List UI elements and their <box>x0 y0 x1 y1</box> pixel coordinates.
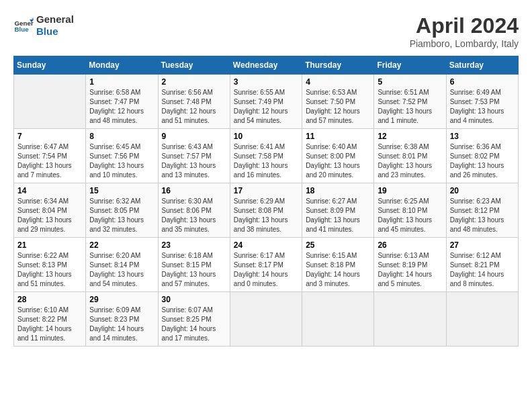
calendar-cell-w3-d1: 14Sunrise: 6:34 AM Sunset: 8:04 PM Dayli… <box>14 183 86 238</box>
calendar-cell-w1-d7: 6Sunrise: 6:49 AM Sunset: 7:53 PM Daylig… <box>446 75 518 129</box>
day-info: Sunrise: 6:40 AM Sunset: 8:00 PM Dayligh… <box>306 142 370 180</box>
day-number: 28 <box>17 295 82 304</box>
calendar-cell-w5-d4 <box>230 292 302 347</box>
day-number: 22 <box>89 240 154 250</box>
day-info: Sunrise: 6:34 AM Sunset: 8:04 PM Dayligh… <box>17 197 82 234</box>
logo: General Blue General Blue <box>13 13 74 38</box>
day-info: Sunrise: 6:23 AM Sunset: 8:12 PM Dayligh… <box>450 197 515 234</box>
day-number: 29 <box>89 295 154 304</box>
day-number: 30 <box>162 295 226 304</box>
calendar-cell-w3-d5: 18Sunrise: 6:27 AM Sunset: 8:09 PM Dayli… <box>302 183 374 238</box>
title-area: April 2024 Piamboro, Lombardy, Italy <box>410 13 519 49</box>
svg-text:Blue: Blue <box>15 26 30 33</box>
calendar-cell-w1-d2: 1Sunrise: 6:58 AM Sunset: 7:47 PM Daylig… <box>86 75 158 129</box>
calendar-week-4: 21Sunrise: 6:22 AM Sunset: 8:13 PM Dayli… <box>14 238 519 292</box>
day-number: 17 <box>234 186 298 195</box>
calendar-cell-w2-d6: 12Sunrise: 6:38 AM Sunset: 8:01 PM Dayli… <box>374 129 446 183</box>
day-number: 13 <box>450 132 515 141</box>
logo-general: General <box>36 13 74 26</box>
calendar-cell-w5-d6 <box>374 292 446 347</box>
day-number: 12 <box>378 132 442 141</box>
calendar-cell-w2-d3: 9Sunrise: 6:43 AM Sunset: 7:57 PM Daylig… <box>158 129 230 183</box>
day-info: Sunrise: 6:09 AM Sunset: 8:23 PM Dayligh… <box>89 306 154 343</box>
day-info: Sunrise: 6:25 AM Sunset: 8:10 PM Dayligh… <box>378 197 442 234</box>
day-info: Sunrise: 6:18 AM Sunset: 8:15 PM Dayligh… <box>162 251 226 289</box>
day-number: 3 <box>234 77 298 87</box>
calendar-cell-w3-d2: 15Sunrise: 6:32 AM Sunset: 8:05 PM Dayli… <box>86 183 158 238</box>
day-info: Sunrise: 6:30 AM Sunset: 8:06 PM Dayligh… <box>162 197 226 234</box>
day-number: 1 <box>89 77 154 87</box>
day-number: 26 <box>378 240 442 250</box>
day-info: Sunrise: 6:29 AM Sunset: 8:08 PM Dayligh… <box>234 197 298 234</box>
location: Piamboro, Lombardy, Italy <box>410 38 519 49</box>
day-info: Sunrise: 6:36 AM Sunset: 8:02 PM Dayligh… <box>450 142 515 180</box>
day-info: Sunrise: 6:58 AM Sunset: 7:47 PM Dayligh… <box>89 88 154 126</box>
day-number: 24 <box>234 240 298 250</box>
day-info: Sunrise: 6:17 AM Sunset: 8:17 PM Dayligh… <box>234 251 298 289</box>
day-number: 5 <box>378 77 442 87</box>
day-number: 25 <box>306 240 370 250</box>
day-info: Sunrise: 6:47 AM Sunset: 7:54 PM Dayligh… <box>17 142 82 180</box>
calendar-cell-w4-d1: 21Sunrise: 6:22 AM Sunset: 8:13 PM Dayli… <box>14 238 86 292</box>
calendar-cell-w1-d5: 4Sunrise: 6:53 AM Sunset: 7:50 PM Daylig… <box>302 75 374 129</box>
day-info: Sunrise: 6:07 AM Sunset: 8:25 PM Dayligh… <box>162 306 226 343</box>
day-info: Sunrise: 6:53 AM Sunset: 7:50 PM Dayligh… <box>306 88 370 126</box>
calendar-cell-w1-d4: 3Sunrise: 6:55 AM Sunset: 7:49 PM Daylig… <box>230 75 302 129</box>
logo-icon: General Blue <box>13 15 34 36</box>
day-number: 15 <box>89 186 154 195</box>
day-number: 7 <box>17 132 82 141</box>
day-info: Sunrise: 6:12 AM Sunset: 8:21 PM Dayligh… <box>450 251 515 289</box>
calendar-cell-w5-d7 <box>446 292 518 347</box>
day-info: Sunrise: 6:22 AM Sunset: 8:13 PM Dayligh… <box>17 251 82 289</box>
calendar-table: Sunday Monday Tuesday Wednesday Thursday… <box>13 56 519 347</box>
day-number: 2 <box>162 77 226 87</box>
day-number: 11 <box>306 132 370 141</box>
calendar-week-3: 14Sunrise: 6:34 AM Sunset: 8:04 PM Dayli… <box>14 183 519 238</box>
day-number: 16 <box>162 186 226 195</box>
calendar-cell-w5-d3: 30Sunrise: 6:07 AM Sunset: 8:25 PM Dayli… <box>158 292 230 347</box>
calendar-cell-w3-d6: 19Sunrise: 6:25 AM Sunset: 8:10 PM Dayli… <box>374 183 446 238</box>
calendar-cell-w2-d2: 8Sunrise: 6:45 AM Sunset: 7:56 PM Daylig… <box>86 129 158 183</box>
calendar-cell-w4-d7: 27Sunrise: 6:12 AM Sunset: 8:21 PM Dayli… <box>446 238 518 292</box>
col-monday: Monday <box>86 56 158 75</box>
calendar-week-1: 1Sunrise: 6:58 AM Sunset: 7:47 PM Daylig… <box>14 75 519 129</box>
calendar-cell-w4-d4: 24Sunrise: 6:17 AM Sunset: 8:17 PM Dayli… <box>230 238 302 292</box>
calendar-week-5: 28Sunrise: 6:10 AM Sunset: 8:22 PM Dayli… <box>14 292 519 347</box>
col-sunday: Sunday <box>14 56 86 75</box>
day-info: Sunrise: 6:38 AM Sunset: 8:01 PM Dayligh… <box>378 142 442 180</box>
calendar-cell-w5-d2: 29Sunrise: 6:09 AM Sunset: 8:23 PM Dayli… <box>86 292 158 347</box>
page-header: General Blue General Blue April 2024 Pia… <box>13 13 519 49</box>
day-info: Sunrise: 6:51 AM Sunset: 7:52 PM Dayligh… <box>378 88 442 126</box>
day-info: Sunrise: 6:10 AM Sunset: 8:22 PM Dayligh… <box>17 306 82 343</box>
calendar-cell-w4-d2: 22Sunrise: 6:20 AM Sunset: 8:14 PM Dayli… <box>86 238 158 292</box>
calendar-cell-w1-d1 <box>14 75 86 129</box>
day-info: Sunrise: 6:56 AM Sunset: 7:48 PM Dayligh… <box>162 88 226 126</box>
day-number: 20 <box>450 186 515 195</box>
day-number: 9 <box>162 132 226 141</box>
calendar-cell-w1-d3: 2Sunrise: 6:56 AM Sunset: 7:48 PM Daylig… <box>158 75 230 129</box>
day-info: Sunrise: 6:15 AM Sunset: 8:18 PM Dayligh… <box>306 251 370 289</box>
day-number: 4 <box>306 77 370 87</box>
day-number: 6 <box>450 77 515 87</box>
day-info: Sunrise: 6:55 AM Sunset: 7:49 PM Dayligh… <box>234 88 298 126</box>
day-number: 8 <box>89 132 154 141</box>
calendar-cell-w3-d7: 20Sunrise: 6:23 AM Sunset: 8:12 PM Dayli… <box>446 183 518 238</box>
col-friday: Friday <box>374 56 446 75</box>
day-number: 19 <box>378 186 442 195</box>
calendar-cell-w2-d1: 7Sunrise: 6:47 AM Sunset: 7:54 PM Daylig… <box>14 129 86 183</box>
calendar-header-row: Sunday Monday Tuesday Wednesday Thursday… <box>14 56 519 75</box>
col-thursday: Thursday <box>302 56 374 75</box>
calendar-cell-w3-d3: 16Sunrise: 6:30 AM Sunset: 8:06 PM Dayli… <box>158 183 230 238</box>
col-tuesday: Tuesday <box>158 56 230 75</box>
day-info: Sunrise: 6:20 AM Sunset: 8:14 PM Dayligh… <box>89 251 154 289</box>
calendar-cell-w2-d4: 10Sunrise: 6:41 AM Sunset: 7:58 PM Dayli… <box>230 129 302 183</box>
calendar-cell-w1-d6: 5Sunrise: 6:51 AM Sunset: 7:52 PM Daylig… <box>374 75 446 129</box>
col-saturday: Saturday <box>446 56 518 75</box>
calendar-cell-w2-d5: 11Sunrise: 6:40 AM Sunset: 8:00 PM Dayli… <box>302 129 374 183</box>
day-info: Sunrise: 6:32 AM Sunset: 8:05 PM Dayligh… <box>89 197 154 234</box>
day-info: Sunrise: 6:13 AM Sunset: 8:19 PM Dayligh… <box>378 251 442 289</box>
day-info: Sunrise: 6:49 AM Sunset: 7:53 PM Dayligh… <box>450 88 515 126</box>
day-info: Sunrise: 6:41 AM Sunset: 7:58 PM Dayligh… <box>234 142 298 180</box>
col-wednesday: Wednesday <box>230 56 302 75</box>
calendar-cell-w3-d4: 17Sunrise: 6:29 AM Sunset: 8:08 PM Dayli… <box>230 183 302 238</box>
